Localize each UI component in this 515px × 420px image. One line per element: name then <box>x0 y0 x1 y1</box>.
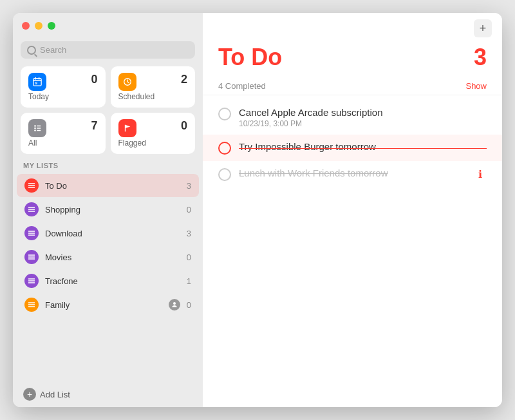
completed-text: 4 Completed <box>218 81 266 91</box>
add-task-button[interactable]: + <box>474 19 492 37</box>
smart-card-today[interactable]: 9 0 Today <box>21 66 106 108</box>
task-title-3: Lunch with Work Friends tomorrow <box>239 167 466 178</box>
traffic-light-green[interactable] <box>48 22 55 30</box>
movies-dot <box>24 250 39 264</box>
todo-dot <box>24 178 39 193</box>
sidebar: Search 9 0 Today 2 <box>13 13 203 407</box>
download-badge: 3 <box>187 229 191 238</box>
family-dot <box>24 298 39 312</box>
main-count: 3 <box>474 44 487 71</box>
sidebar-item-download[interactable]: Download 3 <box>17 222 199 245</box>
todo-badge: 3 <box>187 181 191 191</box>
list-items: To Do 3 Shopping 0 Download 3 <box>13 173 203 381</box>
all-label: All <box>28 138 98 148</box>
scheduled-icon <box>118 73 136 91</box>
task-circle-1[interactable] <box>218 108 231 120</box>
sidebar-item-movies[interactable]: Movies 0 <box>17 245 199 269</box>
svg-point-10 <box>34 128 36 129</box>
todo-label: To Do <box>45 181 180 191</box>
search-placeholder: Search <box>40 45 66 55</box>
smart-card-scheduled[interactable]: 2 Scheduled <box>111 66 196 108</box>
svg-line-7 <box>127 82 129 83</box>
task-content-2: Try Impossible Burger tomorrow <box>239 141 487 152</box>
download-dot <box>24 226 39 240</box>
task-content-3: Lunch with Work Friends tomorrow <box>239 167 466 178</box>
svg-point-33 <box>173 302 176 305</box>
show-completed-button[interactable]: Show <box>465 81 487 91</box>
scheduled-label: Scheduled <box>118 92 188 101</box>
all-icon <box>28 119 46 137</box>
task-item-2[interactable]: Try Impossible Burger tomorrow <box>203 135 502 161</box>
main-title: To Do <box>218 44 282 71</box>
completed-row: 4 Completed Show <box>203 77 502 95</box>
today-icon: 9 <box>28 73 46 91</box>
app-window: Search 9 0 Today 2 <box>13 13 502 407</box>
task-content-1: Cancel Apple Arcade subscription 10/23/1… <box>239 107 487 128</box>
shopping-label: Shopping <box>45 205 180 215</box>
smart-card-flagged[interactable]: 0 Flagged <box>111 113 196 154</box>
download-label: Download <box>45 229 180 238</box>
sidebar-item-tracfone[interactable]: Tracfone 1 <box>17 269 199 292</box>
tasks-list: Cancel Apple Arcade subscription 10/23/1… <box>203 95 502 407</box>
main-toolbar: + <box>203 13 502 44</box>
family-share-icon <box>169 299 180 310</box>
search-bar[interactable]: Search <box>21 41 195 59</box>
scheduled-count: 2 <box>181 73 187 86</box>
my-lists-section-title: My Lists <box>13 162 203 173</box>
svg-point-8 <box>34 125 36 127</box>
add-list-footer[interactable]: + Add List <box>13 381 203 407</box>
task-subtitle-1: 10/23/19, 3:00 PM <box>239 119 487 128</box>
shopping-dot <box>24 202 39 216</box>
today-count: 0 <box>91 73 97 86</box>
traffic-light-red[interactable] <box>22 22 30 30</box>
titlebar <box>13 13 203 39</box>
today-label: Today <box>28 92 98 101</box>
task-title-1: Cancel Apple Arcade subscription <box>239 107 487 118</box>
tracfone-label: Tracfone <box>45 276 180 286</box>
sidebar-item-shopping[interactable]: Shopping 0 <box>17 198 199 221</box>
flagged-label: Flagged <box>118 138 188 148</box>
main-content: + To Do 3 4 Completed Show Cancel Apple … <box>203 13 502 407</box>
flagged-icon <box>118 119 136 137</box>
family-label: Family <box>45 300 162 310</box>
add-list-icon: + <box>23 388 36 401</box>
task-circle-2[interactable] <box>218 142 231 155</box>
tracfone-dot <box>24 274 39 288</box>
task-item-1[interactable]: Cancel Apple Arcade subscription 10/23/1… <box>203 100 502 135</box>
task-circle-3[interactable] <box>218 168 231 181</box>
main-header: To Do 3 <box>203 44 502 77</box>
tracfone-badge: 1 <box>187 276 191 286</box>
sidebar-item-todo[interactable]: To Do 3 <box>17 174 199 197</box>
task-item-3[interactable]: Lunch with Work Friends tomorrow ℹ <box>203 161 502 187</box>
smart-lists: 9 0 Today 2 Scheduled <box>13 66 203 162</box>
flagged-count: 0 <box>181 119 187 133</box>
svg-point-12 <box>34 129 36 131</box>
svg-text:9: 9 <box>35 81 38 85</box>
search-icon <box>27 46 36 55</box>
sidebar-item-family[interactable]: Family 0 <box>17 293 199 316</box>
shopping-badge: 0 <box>187 205 191 215</box>
task-title-2: Try Impossible Burger tomorrow <box>239 141 487 152</box>
movies-badge: 0 <box>187 253 191 262</box>
movies-label: Movies <box>45 253 180 262</box>
family-badge: 0 <box>187 300 191 310</box>
task-info-icon[interactable]: ℹ <box>474 167 487 180</box>
all-count: 7 <box>91 119 97 133</box>
add-list-label: Add List <box>40 390 70 399</box>
smart-card-all[interactable]: 7 All <box>21 113 106 154</box>
traffic-light-yellow[interactable] <box>35 22 42 30</box>
